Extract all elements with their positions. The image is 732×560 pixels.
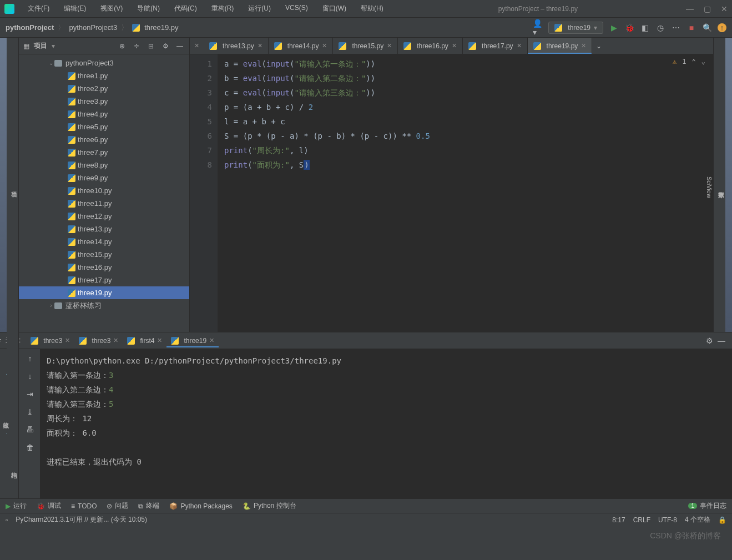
tree-file[interactable]: three4.py xyxy=(19,108,189,120)
menu-help[interactable]: 帮助(H) xyxy=(354,2,390,16)
close-icon[interactable]: ✕ xyxy=(157,337,162,344)
console-output[interactable]: D:\python\python.exe D:/pythonProject/py… xyxy=(40,349,732,498)
tree-file[interactable]: three8.py xyxy=(19,159,189,171)
close-icon[interactable]: ✕ xyxy=(209,337,214,344)
code-content[interactable]: a = eval(input("请输入第一条边："))b = eval(inpu… xyxy=(218,54,713,332)
update-icon[interactable]: ↑ xyxy=(718,23,726,32)
chevron-down-icon[interactable]: ▾ xyxy=(52,42,55,50)
expand-icon[interactable]: ≑ xyxy=(132,41,142,51)
status-indent[interactable]: 4 个空格 xyxy=(685,515,710,524)
menu-file[interactable]: 文件(F) xyxy=(21,2,56,16)
tree-file[interactable]: three2.py xyxy=(19,82,189,95)
hide-icon[interactable]: — xyxy=(175,41,185,51)
bottom-packages[interactable]: 📦Python Packages xyxy=(169,502,232,510)
editor-tab[interactable]: three17.py✕ xyxy=(463,38,528,54)
locate-icon[interactable]: ⊕ xyxy=(117,41,127,51)
close-icon[interactable]: ✕ xyxy=(581,42,586,49)
bottom-eventlog[interactable]: 1事件日志 xyxy=(688,501,726,511)
menu-vcs[interactable]: VCS(S) xyxy=(279,2,315,16)
run-config-selector[interactable]: three19 ▾ xyxy=(548,22,603,34)
prev-problem-icon[interactable]: ⌃ xyxy=(692,58,696,65)
gear-icon[interactable]: ⚙ xyxy=(704,336,714,346)
next-problem-icon[interactable]: ⌄ xyxy=(701,58,705,65)
maximize-icon[interactable]: ▢ xyxy=(704,4,711,13)
editor-tab[interactable]: three16.py✕ xyxy=(398,38,463,54)
tree-file[interactable]: three7.py xyxy=(19,146,189,159)
tree-file[interactable]: three12.py xyxy=(19,210,189,223)
run-icon[interactable]: ▶ xyxy=(609,23,619,33)
bottom-run[interactable]: ▶运行 xyxy=(6,501,27,511)
close-icon[interactable]: ✕ xyxy=(721,4,728,13)
minimize-icon[interactable]: — xyxy=(686,4,694,13)
trash-icon[interactable]: 🗑 xyxy=(25,442,35,452)
star-icon[interactable]: ★ xyxy=(0,336,2,344)
tree-file[interactable]: three14.py xyxy=(19,235,189,248)
tree-file[interactable]: three19.py xyxy=(19,286,189,299)
debug-icon[interactable]: 🐞 xyxy=(624,23,634,33)
tree-folder-root[interactable]: ⌄ pythonProject3 xyxy=(19,57,189,69)
tree-folder[interactable]: › 蓝桥杯练习 xyxy=(19,299,189,312)
tab-close-left[interactable]: ✕ xyxy=(190,38,204,54)
breadcrumb-folder[interactable]: pythonProject3 xyxy=(69,23,117,32)
profile-icon[interactable]: ◷ xyxy=(655,23,665,33)
close-icon[interactable]: ✕ xyxy=(258,42,262,49)
tree-file[interactable]: three1.py xyxy=(19,69,189,82)
bottom-console[interactable]: 🐍Python 控制台 xyxy=(243,501,296,511)
left-strip-favorites[interactable]: 收藏 xyxy=(2,336,10,498)
breadcrumb-project[interactable]: pythonProject xyxy=(6,23,54,32)
close-icon[interactable]: ✕ xyxy=(452,42,457,49)
left-strip-structure[interactable]: 结构 xyxy=(10,436,18,498)
run-tab[interactable]: first4✕ xyxy=(123,335,166,347)
down-icon[interactable]: ↓ xyxy=(25,371,35,381)
bottom-debug[interactable]: 🐞调试 xyxy=(37,501,61,511)
tree-file[interactable]: three13.py xyxy=(19,223,189,235)
menu-edit[interactable]: 编辑(E) xyxy=(57,2,93,16)
menu-run[interactable]: 运行(U) xyxy=(241,2,277,16)
status-eol[interactable]: CRLF xyxy=(633,516,650,524)
close-icon[interactable]: ✕ xyxy=(517,42,522,49)
stop-icon[interactable]: ■ xyxy=(686,23,696,33)
attach-icon[interactable]: ⋯ xyxy=(671,23,681,33)
tabs-dropdown-icon[interactable]: ⌄ xyxy=(592,38,605,54)
bottom-problems[interactable]: ⊘问题 xyxy=(107,501,128,511)
run-tab[interactable]: three3✕ xyxy=(74,335,123,347)
tree-file[interactable]: three9.py xyxy=(19,171,189,184)
bottom-todo[interactable]: ≡TODO xyxy=(71,502,97,510)
hide-icon[interactable]: — xyxy=(716,336,726,346)
editor-tab[interactable]: three13.py✕ xyxy=(204,38,269,54)
left-strip-project[interactable]: 项目 xyxy=(10,42,18,332)
scroll-icon[interactable]: ⤓ xyxy=(25,407,35,417)
menu-window[interactable]: 窗口(W) xyxy=(316,2,353,16)
status-encoding[interactable]: UTF-8 xyxy=(658,516,677,524)
user-icon[interactable]: 👤▾ xyxy=(533,23,543,33)
problems-indicator[interactable]: ⚠ 1 ⌃ ⌄ xyxy=(673,58,705,65)
status-position[interactable]: 8:17 xyxy=(612,516,625,524)
tree-file[interactable]: three11.py xyxy=(19,197,189,210)
tree-file[interactable]: three3.py xyxy=(19,95,189,108)
editor-tab[interactable]: three14.py✕ xyxy=(269,38,334,54)
menu-navigate[interactable]: 导航(N) xyxy=(130,2,166,16)
close-icon[interactable]: ✕ xyxy=(113,337,118,344)
coverage-icon[interactable]: ◧ xyxy=(640,23,650,33)
gear-icon[interactable]: ⚙ xyxy=(160,41,170,51)
menu-view[interactable]: 视图(V) xyxy=(94,2,129,16)
tree-file[interactable]: three16.py xyxy=(19,261,189,274)
editor-tab[interactable]: three19.py✕ xyxy=(528,38,593,54)
up-icon[interactable]: ↑ xyxy=(25,354,35,364)
close-icon[interactable]: ✕ xyxy=(322,42,327,49)
menu-code[interactable]: 代码(C) xyxy=(168,2,204,16)
editor-tab[interactable]: three15.py✕ xyxy=(333,38,398,54)
close-icon[interactable]: ✕ xyxy=(65,337,70,344)
collapse-icon[interactable]: ⊟ xyxy=(146,41,156,51)
tree-file[interactable]: three10.py xyxy=(19,184,189,197)
print-icon[interactable]: 🖶 xyxy=(25,425,35,435)
tree-file[interactable]: three5.py xyxy=(19,120,189,133)
wrap-icon[interactable]: ⇥ xyxy=(25,389,35,399)
tree-file[interactable]: three15.py xyxy=(19,248,189,261)
run-tab[interactable]: three3✕ xyxy=(26,335,74,347)
breadcrumb-file[interactable]: three19.py xyxy=(144,23,178,32)
status-indicator-icon[interactable]: ▫ xyxy=(6,516,8,524)
status-branch-icon[interactable]: 🔒 xyxy=(718,516,726,524)
tree-file[interactable]: three6.py xyxy=(19,133,189,146)
menu-refactor[interactable]: 重构(R) xyxy=(205,2,241,16)
